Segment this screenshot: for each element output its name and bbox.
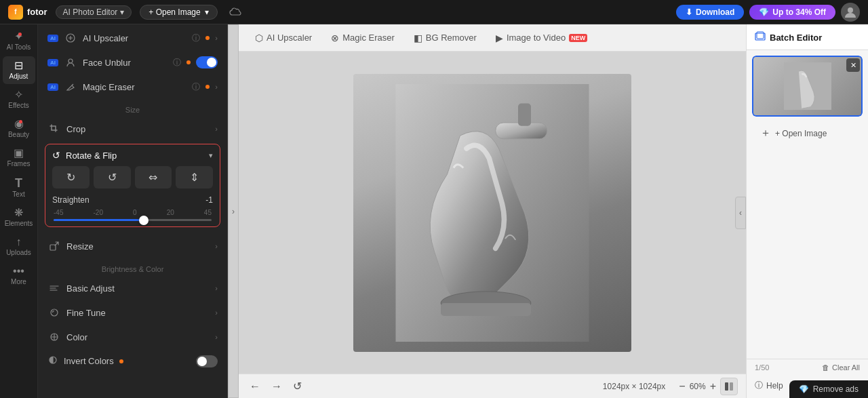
basic-adjust-icon	[47, 281, 61, 295]
next-button[interactable]: →	[269, 378, 285, 395]
sidebar-item-text[interactable]: T Text	[3, 173, 35, 202]
tool-item-color[interactable]: Color ›	[38, 325, 227, 349]
chevron-down-icon2: ▾	[205, 7, 209, 17]
tool-dot-upscaler	[205, 36, 210, 40]
open-image-button[interactable]: + Open Image ▾	[140, 5, 217, 20]
fine-tune-label: Fine Tune	[66, 308, 210, 318]
sidebar-label-frames: Frames	[7, 160, 31, 167]
open-image-panel-button[interactable]: ＋ + Open Image	[752, 121, 863, 146]
invert-toggle[interactable]	[196, 355, 218, 367]
info-icon-face: ⓘ	[173, 57, 181, 68]
more-icon: •••	[13, 266, 24, 277]
bg-remover-tab-icon: ◧	[414, 33, 422, 43]
flip-horizontal-button[interactable]: ⇔	[135, 166, 172, 188]
sidebar-item-more[interactable]: ••• More	[3, 262, 35, 290]
app-name-badge[interactable]: AI Photo Editor ▾	[56, 5, 132, 19]
arrow-color: ›	[215, 333, 218, 341]
rotate-flip-header[interactable]: ↺ Rotate & Flip ▾	[52, 150, 213, 166]
tool-item-face-unblur[interactable]: AI Face Unblur ⓘ	[38, 50, 227, 75]
sidebar-label-uploads: Uploads	[6, 249, 31, 256]
collapse-handle[interactable]: ›	[228, 24, 239, 398]
sidebar-label-elements: Elements	[5, 220, 33, 227]
sidebar-item-adjust[interactable]: ⊟ Adjust	[3, 56, 35, 84]
right-collapse-button[interactable]: ‹	[735, 197, 746, 229]
straighten-row: Straighten -1	[52, 195, 213, 205]
sidebar-item-frames[interactable]: ▣ Frames	[3, 144, 35, 172]
straighten-slider-container	[52, 219, 213, 221]
arrow-icon-crop: ›	[215, 125, 218, 133]
clear-all-button[interactable]: 🗑 Clear All	[822, 363, 860, 372]
tab-magic-eraser[interactable]: ⊗ Magic Eraser	[323, 29, 403, 47]
zoom-in-button[interactable]: +	[710, 380, 716, 393]
slider-mark-5: 45	[204, 209, 212, 216]
batch-count-row: 1/50 🗑 Clear All	[747, 359, 868, 376]
tab-image-to-video-label: Image to Video	[507, 33, 566, 43]
canvas-content: ‹	[239, 52, 746, 374]
cloud-button[interactable]	[226, 3, 245, 22]
slider-mark-2: -20	[94, 209, 103, 216]
refresh-button[interactable]: ↺	[290, 377, 304, 395]
chevron-down-icon: ▾	[120, 7, 124, 17]
elements-icon: ❋	[14, 207, 23, 218]
sidebar-item-effects[interactable]: ✧ Effects	[3, 85, 35, 113]
remove-ads-button[interactable]: 💎 Remove ads	[789, 380, 868, 398]
download-button[interactable]: ⬇ Download	[676, 5, 744, 20]
logo-icon: f	[8, 5, 23, 20]
topbar-right: ⬇ Download 💎 Up to 34% Off	[676, 3, 860, 22]
face-unblur-label: Face Unblur	[83, 58, 167, 68]
effects-icon: ✧	[14, 89, 23, 100]
sidebar-label-ai-tools: AI Tools	[7, 43, 31, 51]
batch-image-delete-button[interactable]: ✕	[846, 58, 860, 72]
arrow-icon-resize: ›	[215, 242, 218, 250]
sidebar-label-more: More	[11, 278, 26, 285]
sidebar-item-beauty[interactable]: ◉ Beauty	[3, 115, 35, 142]
ai-badge-face: AI	[47, 59, 58, 66]
svg-rect-13	[730, 382, 733, 391]
gem-icon: 💎	[759, 7, 769, 17]
faucet-visualization	[391, 84, 594, 342]
open-image-panel-label: + Open Image	[775, 129, 827, 138]
clear-all-label: Clear All	[832, 363, 860, 372]
rotate-right-button[interactable]: ↻	[52, 166, 90, 188]
frames-icon: ▣	[14, 148, 24, 159]
tool-item-fine-tune[interactable]: Fine Tune ›	[38, 300, 227, 325]
canvas-footer: ← → ↺ 1024px × 1024px − 60% +	[239, 374, 746, 398]
tool-item-basic-adjust[interactable]: Basic Adjust ›	[38, 276, 227, 300]
tool-item-resize[interactable]: Resize ›	[38, 234, 227, 258]
crop-icon	[47, 122, 61, 136]
open-image-label: + Open Image	[149, 7, 200, 17]
sidebar-item-ai-tools[interactable]: ✦ AI Tools	[3, 27, 35, 55]
tab-ai-upscaler[interactable]: ⬡ AI Upscaler	[247, 29, 320, 47]
tool-item-crop[interactable]: Crop ›	[38, 117, 227, 141]
avatar[interactable]	[841, 3, 860, 22]
cloud-icon	[229, 5, 242, 19]
split-view-icon	[724, 382, 734, 391]
prev-button[interactable]: ←	[247, 378, 263, 395]
canvas-image	[353, 74, 631, 352]
svg-rect-9	[518, 103, 531, 125]
thumb-faucet-icon	[784, 62, 831, 110]
promo-button[interactable]: 💎 Up to 34% Off	[749, 5, 835, 20]
sidebar-item-uploads[interactable]: ↑ Uploads	[3, 233, 35, 260]
tab-bg-remover[interactable]: ◧ BG Remover	[406, 29, 485, 47]
rotate-flip-icon: ↺	[52, 150, 60, 161]
tab-magic-eraser-label: Magic Eraser	[342, 33, 395, 43]
sidebar-item-elements[interactable]: ❋ Elements	[3, 203, 35, 231]
zoom-controls: − 60% +	[679, 378, 738, 395]
face-unblur-toggle[interactable]	[196, 56, 218, 68]
resize-icon	[47, 239, 61, 253]
batch-editor-header: Batch Editor	[747, 24, 868, 50]
new-badge: NEW	[569, 34, 587, 42]
split-view-button[interactable]	[720, 378, 738, 395]
download-icon: ⬇	[686, 7, 692, 17]
tool-item-invert-colors[interactable]: Invert Colors	[38, 349, 227, 373]
rotate-left-button[interactable]: ↺	[94, 166, 131, 188]
image-dimensions: 1024px × 1024px	[603, 382, 665, 391]
zoom-out-button[interactable]: −	[679, 380, 685, 393]
diamond-icon: 💎	[799, 384, 809, 394]
flip-vertical-button[interactable]: ⇕	[176, 166, 213, 188]
tool-item-ai-upscaler[interactable]: AI AI Upscaler ⓘ ›	[38, 24, 227, 50]
tool-item-magic-eraser[interactable]: AI Magic Eraser ⓘ ›	[38, 75, 227, 99]
tab-image-to-video[interactable]: ▶ Image to Video NEW	[488, 29, 595, 47]
ai-upscaler-tab-icon: ⬡	[255, 33, 263, 43]
